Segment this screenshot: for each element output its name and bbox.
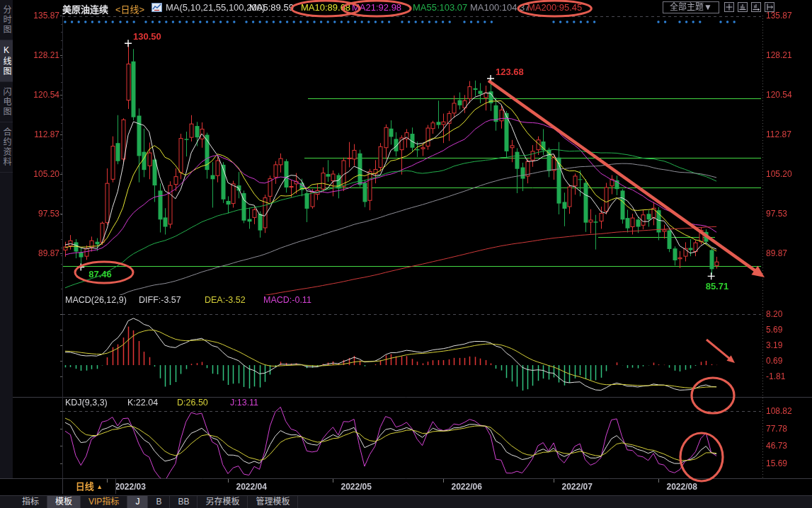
ma10-value: MA10:89.68 xyxy=(301,2,350,13)
tab-模板[interactable]: 模板 xyxy=(47,496,81,508)
theme-selector-dropdown[interactable]: 全部主题▼ xyxy=(663,1,719,13)
tab-另存模板[interactable]: 另存模板 xyxy=(198,496,248,508)
ma100-value: MA100:104.37 xyxy=(470,2,530,13)
volume-scale-icon[interactable] xyxy=(738,2,748,12)
period-label: 日线 xyxy=(76,481,94,492)
ma200-value: MA200:95.45 xyxy=(527,2,582,13)
kdj-j-value: J:13.11 xyxy=(230,398,258,408)
kdj-label-row: KDJ(9,3,3) K:22.04 D:26.50 J:13.11 xyxy=(0,398,761,409)
pan-right-icon[interactable] xyxy=(765,2,774,12)
tab-BB[interactable]: BB xyxy=(170,496,198,508)
tab-管理模板[interactable]: 管理模板 xyxy=(248,496,298,508)
macd-bar-value: MACD:-0.11 xyxy=(263,295,311,305)
tab-J[interactable]: J xyxy=(127,496,148,508)
kline-app-window: 美原油连续 <日线> MA(5,10,21,55,100,200) MA5:89… xyxy=(0,0,812,508)
chart-icon xyxy=(151,3,162,14)
macd-label-row: MACD(26,12,9) DIFF:-3.57 DEA:-3.52 MACD:… xyxy=(0,295,761,306)
period-arrow-icon: ▲ xyxy=(96,483,103,490)
tab-VIP指标[interactable]: VIP指标 xyxy=(81,496,127,508)
macd-dea-value: DEA:-3.52 xyxy=(205,295,246,305)
instrument-title: 美原油连续 xyxy=(62,2,108,16)
sidebar-item-K线图[interactable]: K线图 xyxy=(0,40,13,82)
kdj-d-value: D:26.50 xyxy=(177,398,208,408)
sidebar-item-分时图[interactable]: 分时图 xyxy=(0,0,13,40)
tab-指标[interactable]: 指标 xyxy=(14,496,47,508)
axis-scale-icon[interactable] xyxy=(751,2,761,12)
period-tag[interactable]: <日线> xyxy=(115,2,144,16)
chart-canvas[interactable] xyxy=(0,0,812,508)
period-selector[interactable]: 日线 ▲ xyxy=(62,479,116,494)
ma21-value: MA21:92.98 xyxy=(352,2,401,13)
sidebar-item-合约资料[interactable]: 合约资料 xyxy=(0,122,13,173)
macd-diff-value: DIFF:-3.57 xyxy=(139,295,181,305)
topbar: 美原油连续 <日线> MA(5,10,21,55,100,200) MA5:89… xyxy=(0,0,812,16)
kdj-k-value: K:22.04 xyxy=(127,398,158,408)
macd-title[interactable]: MACD(26,12,9) xyxy=(65,295,127,305)
ma55-value: MA55:103.07 xyxy=(413,2,467,13)
tab-B[interactable]: B xyxy=(148,496,170,508)
kdj-title[interactable]: KDJ(9,3,3) xyxy=(65,398,108,408)
sidebar-item-闪电图[interactable]: 闪电图 xyxy=(0,82,13,122)
crosshair-icon[interactable] xyxy=(724,2,734,12)
ma5-value: MA5:89.59 xyxy=(249,2,294,13)
bottom-tabbar: 指标模板VIP指标JBBB另存模板管理模板 xyxy=(0,495,812,508)
